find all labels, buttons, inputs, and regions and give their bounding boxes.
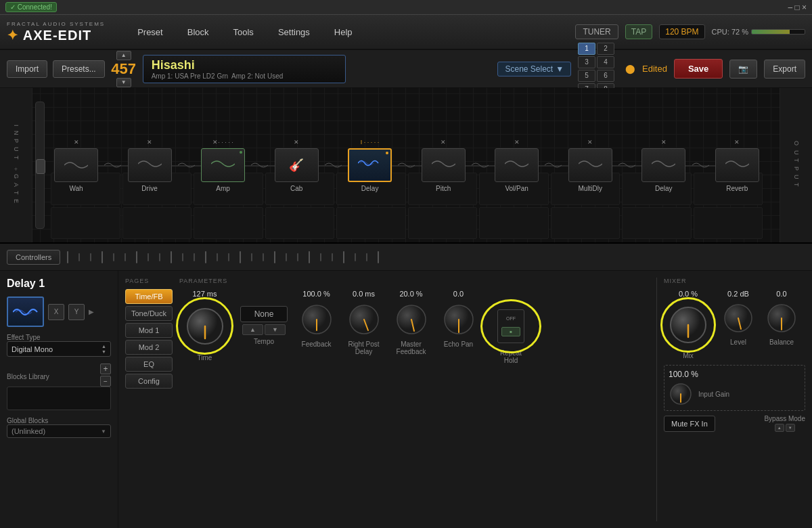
repeat-hold-container[interactable]: OFF ■ [487, 306, 535, 347]
multidly-block-box[interactable] [568, 148, 612, 182]
repeat-hold-highlight-circle [480, 299, 541, 353]
scene-1-button[interactable]: 1 [578, 43, 595, 55]
scene-4-button[interactable]: 4 [597, 56, 614, 68]
amp-wave [211, 157, 235, 173]
export-button[interactable]: Export [764, 60, 805, 79]
chain-block-volpan[interactable]: ✕ Vol/Pan [495, 139, 539, 192]
page-time-fb-button[interactable]: Time/FB [125, 289, 173, 304]
balance-knob-container[interactable] [764, 301, 799, 336]
camera-button[interactable]: 📷 [729, 60, 757, 79]
reverb-block-box[interactable] [715, 148, 759, 182]
chain-block-reverb[interactable]: ✕ Reverb [715, 139, 759, 192]
import-button[interactable]: Import [7, 60, 47, 78]
level-knob-container[interactable] [721, 301, 756, 336]
scene-3-button[interactable]: 3 [578, 56, 595, 68]
effect-type-arrows[interactable]: ▲ ▼ [102, 344, 106, 354]
right-post-delay-knob-container[interactable] [345, 301, 382, 338]
preset-amp-info: Amp 1: USA Pre LD2 Grn Amp 2: Not Used [152, 72, 337, 80]
echo-pan-knob-container[interactable] [440, 301, 477, 338]
preset-down-arrow[interactable]: ▼ [116, 78, 131, 87]
chain-block-wah[interactable]: ✕ Wah [54, 139, 98, 192]
blocks-library-add-button[interactable]: + [100, 364, 111, 374]
chain-block-amp[interactable]: ✕· · · · · Amp [201, 139, 245, 192]
controllers-button[interactable]: Controllers [7, 250, 60, 265]
chain-block-pitch[interactable]: ✕ Pitch [422, 139, 466, 192]
left-slider-handle[interactable] [36, 159, 45, 174]
tempo-select-container[interactable]: None ▲ ▼ [240, 306, 288, 335]
menu-settings[interactable]: Settings [273, 24, 315, 40]
input-gain-knob-svg[interactable] [669, 382, 693, 406]
y-button[interactable]: Y [68, 304, 85, 320]
mix-knob-container[interactable] [664, 301, 713, 349]
delay-block-icon [13, 303, 39, 322]
scene-2-button[interactable]: 2 [597, 43, 614, 55]
level-knob-svg[interactable] [723, 303, 754, 334]
empty-block [551, 207, 621, 240]
balance-knob-svg[interactable] [766, 303, 797, 334]
tempo-down-arrow[interactable]: ▼ [265, 324, 286, 335]
balance-knob-group: 0.0 [764, 290, 799, 346]
page-mod2-button[interactable]: Mod 2 [125, 340, 173, 355]
page-eq-button[interactable]: EQ [125, 357, 173, 372]
pages-label: PAGES [125, 278, 173, 284]
page-mod1-button[interactable]: Mod 1 [125, 323, 173, 338]
global-blocks-select[interactable]: (Unlinked) ▼ [7, 424, 111, 438]
effect-type-select[interactable]: Digital Mono ▲ ▼ [7, 341, 111, 357]
tap-button[interactable]: TAP [625, 24, 652, 39]
menu-preset[interactable]: Preset [132, 24, 168, 40]
page-config-button[interactable]: Config [125, 374, 173, 389]
feedback-knob-svg[interactable] [300, 303, 333, 336]
cab-block-box[interactable]: 🎸 [275, 148, 319, 182]
delay1-block-box[interactable] [348, 148, 392, 182]
volpan-block-box[interactable] [495, 148, 539, 182]
connector-8 [616, 158, 637, 172]
cab-label: Cab [290, 185, 302, 192]
empty-block [51, 207, 120, 240]
scene-6-button[interactable]: 6 [597, 70, 614, 82]
page-tone-duck-button[interactable]: Tone/Duck [125, 306, 173, 321]
wah-block-box[interactable] [54, 148, 98, 182]
scene-5-button[interactable]: 5 [578, 70, 595, 82]
menu-help[interactable]: Help [329, 24, 358, 40]
time-knob-container[interactable] [179, 301, 230, 351]
menu-tools[interactable]: Tools [228, 24, 259, 40]
drive-block-box[interactable] [128, 148, 172, 182]
master-feedback-label: Master Feedback [397, 340, 426, 355]
left-panel: Delay 1 X Y ▶ Effect Type Digital Mono ▲… [0, 271, 118, 528]
preset-up-arrow[interactable]: ▲ [116, 51, 131, 60]
pitch-block-box[interactable] [422, 148, 466, 182]
menu-block[interactable]: Block [182, 24, 215, 40]
master-feedback-knob-container[interactable] [392, 301, 430, 338]
chain-block-delay2[interactable]: ✕ Delay [641, 139, 685, 192]
bypass-mode-down[interactable]: ▼ [786, 424, 795, 432]
bypass-mode-up[interactable]: ▲ [775, 424, 784, 432]
amp-block-box[interactable] [201, 148, 245, 182]
echo-pan-knob-svg[interactable] [443, 303, 475, 336]
save-button[interactable]: Save [674, 59, 723, 79]
window-controls[interactable]: – □ × [788, 3, 807, 12]
presets-button[interactable]: Presets... [53, 60, 105, 78]
mute-fx-button[interactable]: Mute FX In [664, 416, 715, 432]
tuner-button[interactable]: TUNER [575, 24, 618, 39]
xy-arrow-icon[interactable]: ▶ [89, 308, 94, 315]
delay-block-preview[interactable] [7, 296, 44, 327]
master-feedback-knob-svg[interactable] [395, 303, 428, 336]
right-post-delay-knob-svg[interactable] [348, 303, 380, 336]
delay2-block-box[interactable] [641, 148, 685, 182]
x-button[interactable]: X [48, 304, 64, 320]
feedback-knob-container[interactable] [298, 301, 335, 338]
mix-label: Mix [683, 352, 694, 359]
menu-bar: Preset Block Tools Settings Help [132, 24, 357, 40]
chain-block-drive[interactable]: ✕ Drive [128, 139, 172, 192]
reverb-label: Reverb [726, 185, 748, 192]
scene-select-button[interactable]: Scene Select ▼ [497, 62, 571, 76]
blocks-library-remove-button[interactable]: − [100, 376, 111, 387]
empty-block [408, 207, 478, 240]
left-chain-slider[interactable] [35, 102, 45, 229]
input-gain-label: Input Gain [698, 391, 729, 398]
chain-block-multidly[interactable]: ✕ MultiDly [568, 139, 612, 192]
amp-label: Amp [216, 185, 230, 192]
tempo-up-arrow[interactable]: ▲ [242, 324, 263, 335]
chain-block-delay1[interactable]: I · · · · · Delay [348, 139, 392, 192]
chain-block-cab[interactable]: ✕ 🎸 Cab [275, 139, 319, 192]
